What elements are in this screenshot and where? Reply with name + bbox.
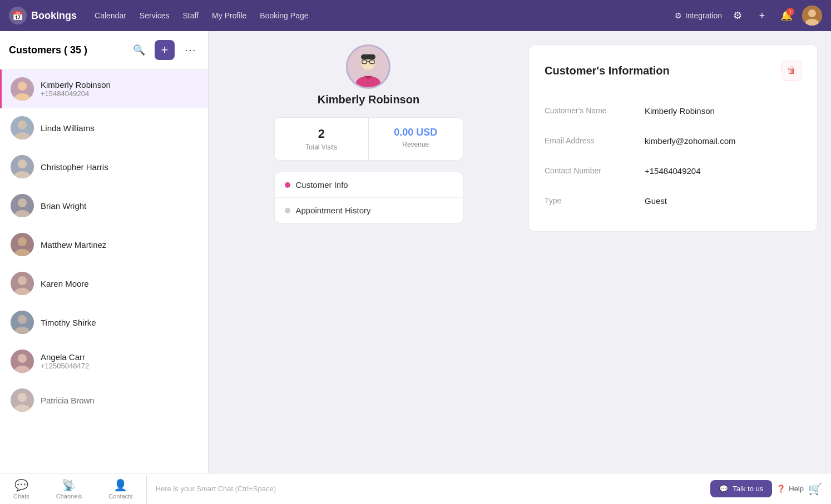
customer-phone: +15484049204: [41, 89, 111, 98]
customer-info: Karen Moore: [41, 279, 89, 288]
app-logo[interactable]: 📅 Bookings: [9, 7, 77, 24]
customer-item[interactable]: Linda Williams: [0, 108, 208, 147]
customer-phone: +12505048472: [41, 362, 89, 370]
nav-services[interactable]: Services: [140, 11, 170, 20]
add-customer-button[interactable]: +: [155, 40, 175, 60]
settings-button[interactable]: ⚙: [729, 7, 746, 24]
customer-item[interactable]: Christopher Harris: [0, 147, 208, 186]
add-button[interactable]: +: [753, 7, 771, 24]
revenue-label: Revenue: [378, 141, 454, 148]
customer-info: Timothy Shirke: [41, 318, 96, 327]
nav-calendar[interactable]: Calendar: [95, 11, 126, 20]
talk-icon: 💬: [719, 485, 728, 493]
info-label-phone: Contact Number: [545, 166, 645, 175]
svg-point-1: [808, 9, 816, 17]
customer-info-tab[interactable]: Customer Info: [275, 172, 463, 198]
chats-label: Chats: [13, 493, 29, 500]
help-button[interactable]: ❓ Help: [776, 485, 804, 493]
notification-badge: 1: [787, 8, 794, 16]
panel-header: Customer's Information 🗑: [545, 61, 802, 81]
settings-icon: ⚙: [733, 9, 742, 22]
nav-staff[interactable]: Staff: [183, 11, 199, 20]
customer-item[interactable]: Angela Carr +12505048472: [0, 342, 208, 381]
revenue-value: 0.00 USD: [378, 127, 454, 138]
total-visits-label: Total Visits: [284, 143, 360, 151]
chats-tab[interactable]: 💬 Chats: [0, 475, 43, 503]
smart-chat-input[interactable]: Here is your Smart Chat (Ctrl+Space): [147, 485, 702, 493]
active-tab-indicator: [285, 182, 290, 188]
search-button[interactable]: 🔍: [130, 41, 148, 59]
customer-item[interactable]: Timothy Shirke: [0, 303, 208, 342]
customer-item[interactable]: Matthew Martinez: [0, 225, 208, 264]
customer-item[interactable]: Patricia Brown: [0, 381, 208, 420]
nav-links: Calendar Services Staff My Profile Booki…: [95, 11, 661, 20]
customer-name: Karen Moore: [41, 279, 89, 288]
customer-name: Brian Wright: [41, 201, 86, 211]
info-tabs: Customer Info Appointment History: [274, 172, 463, 223]
customer-item[interactable]: Kimberly Robinson +15484049204: [0, 69, 208, 108]
cart-icon[interactable]: 🛒: [808, 482, 822, 496]
smart-chat-placeholder: Here is your Smart Chat (Ctrl+Space): [156, 485, 276, 493]
customer-item[interactable]: Karen Moore: [0, 264, 208, 303]
customer-info-tab-label: Customer Info: [296, 180, 348, 189]
integration-icon: ⚙: [675, 11, 682, 20]
integration-button[interactable]: ⚙ Integration: [675, 11, 722, 20]
sidebar-title: Customers ( 35 ): [9, 44, 123, 56]
nav-my-profile[interactable]: My Profile: [212, 11, 246, 20]
customer-name: Christopher Harris: [41, 162, 108, 172]
info-row-name: Customer's Name Kimberly Robinson: [545, 96, 802, 126]
total-visits-stat: 2 Total Visits: [275, 118, 369, 160]
question-icon: ❓: [776, 485, 785, 493]
chats-icon: 💬: [14, 478, 28, 492]
customer-name: Linda Williams: [41, 123, 95, 133]
appointment-history-tab-label: Appointment History: [296, 206, 371, 215]
customer-info: Christopher Harris: [41, 162, 108, 172]
panel-title: Customer's Information: [545, 64, 670, 77]
top-navigation: 📅 Bookings Calendar Services Staff My Pr…: [0, 0, 831, 31]
customer-item[interactable]: Brian Wright: [0, 186, 208, 225]
info-label-email: Email Address: [545, 136, 645, 145]
customer-info: Linda Williams: [41, 123, 95, 133]
add-icon: +: [759, 10, 765, 22]
contacts-label: Contacts: [108, 493, 132, 500]
svg-point-19: [18, 276, 27, 285]
sidebar-header: Customers ( 35 ) 🔍 + ⋯: [0, 31, 208, 69]
profile-avatar: [346, 44, 390, 89]
content-area: Kimberly Robinson 2 Total Visits 0.00 US…: [209, 31, 831, 473]
customer-list: Kimberly Robinson +15484049204 Linda Wil…: [0, 69, 208, 473]
profile-name: Kimberly Robinson: [318, 93, 419, 106]
svg-point-22: [18, 315, 27, 324]
channels-tab[interactable]: 📡 Channels: [43, 475, 95, 503]
profile-section: Kimberly Robinson: [318, 44, 419, 106]
notifications-button[interactable]: 🔔 1: [778, 7, 795, 24]
logo-icon: 📅: [9, 7, 27, 24]
main-layout: Customers ( 35 ) 🔍 + ⋯ Kimberly Robinson…: [0, 31, 831, 473]
svg-point-28: [18, 393, 27, 402]
delete-customer-button[interactable]: 🗑: [781, 61, 802, 81]
nav-booking-page[interactable]: Booking Page: [260, 11, 308, 20]
talk-to-us-button[interactable]: 💬 Talk to us: [710, 480, 772, 497]
customer-avatar: [11, 116, 34, 139]
channels-label: Channels: [56, 493, 82, 500]
svg-point-16: [18, 237, 27, 246]
svg-point-4: [18, 82, 27, 91]
stats-box: 2 Total Visits 0.00 USD Revenue: [274, 117, 463, 161]
customer-avatar: [11, 233, 34, 256]
contacts-tab[interactable]: 👤 Contacts: [95, 475, 146, 503]
appointment-history-tab[interactable]: Appointment History: [275, 198, 463, 223]
customer-info-panel: Customer's Information 🗑 Customer's Name…: [528, 44, 818, 232]
bottom-right-buttons: 💬 Talk to us ❓ Help 🛒: [701, 480, 831, 497]
customer-avatar: [11, 77, 34, 101]
customer-name: Kimberly Robinson: [41, 80, 111, 89]
integration-label: Integration: [685, 11, 722, 20]
info-row-phone: Contact Number +15484049204: [545, 156, 802, 186]
user-avatar[interactable]: [802, 6, 822, 26]
customer-name: Matthew Martinez: [41, 240, 106, 249]
customer-info: Patricia Brown: [41, 396, 95, 405]
bottom-tabs: 💬 Chats 📡 Channels 👤 Contacts: [0, 475, 147, 503]
more-options-button[interactable]: ⋯: [181, 41, 199, 59]
svg-point-7: [18, 121, 27, 129]
info-label-name: Customer's Name: [545, 106, 645, 115]
customer-avatar: [11, 155, 34, 178]
center-panel: Kimberly Robinson 2 Total Visits 0.00 US…: [222, 44, 528, 460]
